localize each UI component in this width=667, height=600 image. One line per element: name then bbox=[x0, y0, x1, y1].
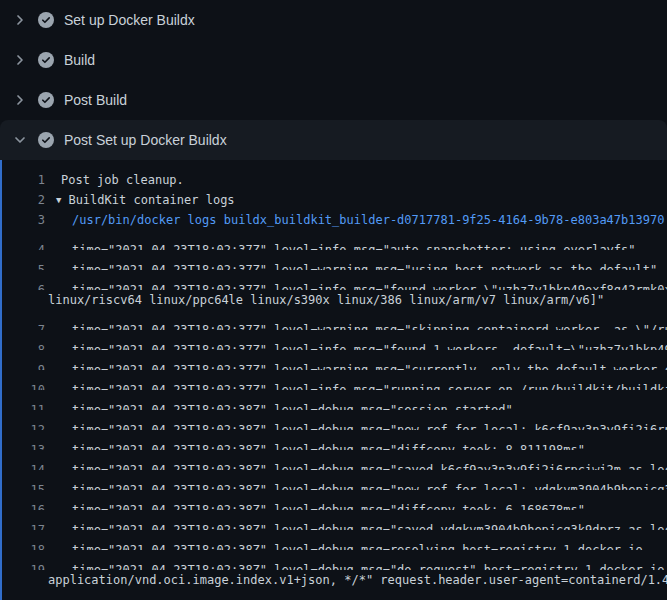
log-line-continuation: application/vnd.oci.image.index.v1+json,… bbox=[0, 570, 667, 590]
log-text: time="2021-04-23T18:02:38Z" level=debug … bbox=[72, 560, 667, 570]
log-line-number[interactable]: 2 bbox=[0, 190, 45, 210]
log-group-toggle[interactable]: ▼BuildKit container logs bbox=[56, 190, 235, 210]
log-line: 8time="2021-04-23T18:02:37Z" level=info … bbox=[0, 330, 667, 350]
log-line-number[interactable]: 12 bbox=[0, 420, 45, 430]
log-line: 1Post job cleanup. bbox=[0, 170, 667, 190]
step-label: Post Build bbox=[64, 92, 127, 108]
log-line-number[interactable]: 14 bbox=[0, 460, 45, 470]
log-group-label: BuildKit container logs bbox=[68, 193, 234, 207]
log-line-number[interactable]: 5 bbox=[0, 260, 45, 270]
log-line-number[interactable]: 7 bbox=[0, 320, 45, 330]
check-circle-icon bbox=[38, 132, 54, 148]
log-text: time="2021-04-23T18:02:37Z" level=warnin… bbox=[72, 360, 667, 370]
step-row-build[interactable]: Build bbox=[0, 40, 667, 80]
log-line: 11time="2021-04-23T18:02:38Z" level=debu… bbox=[0, 390, 667, 410]
log-text: time="2021-04-23T18:02:38Z" level=debug … bbox=[72, 500, 585, 510]
log-line-number[interactable]: 4 bbox=[0, 240, 45, 250]
log-line: 14time="2021-04-23T18:02:38Z" level=debu… bbox=[0, 450, 667, 470]
log-line: 16time="2021-04-23T18:02:38Z" level=debu… bbox=[0, 490, 667, 510]
chevron-right-icon bbox=[12, 92, 28, 108]
log-line: 19time="2021-04-23T18:02:38Z" level=debu… bbox=[0, 550, 667, 570]
log-line: 15time="2021-04-23T18:02:38Z" level=debu… bbox=[0, 470, 667, 490]
log-line: 12time="2021-04-23T18:02:38Z" level=debu… bbox=[0, 410, 667, 430]
log-line: 6time="2021-04-23T18:02:37Z" level=info … bbox=[0, 270, 667, 290]
step-label: Post Set up Docker Buildx bbox=[64, 132, 227, 148]
log-text: time="2021-04-23T18:02:38Z" level=debug … bbox=[72, 440, 585, 450]
log-line-number[interactable]: 13 bbox=[0, 440, 45, 450]
step-row-post-build[interactable]: Post Build bbox=[0, 80, 667, 120]
log-line: 13time="2021-04-23T18:02:38Z" level=debu… bbox=[0, 430, 667, 450]
log-line-number[interactable]: 19 bbox=[0, 560, 45, 570]
log-line: 3/usr/bin/docker logs buildx_buildkit_bu… bbox=[0, 210, 667, 230]
log-command-text: /usr/bin/docker logs buildx_buildkit_bui… bbox=[72, 210, 664, 230]
log-text: time="2021-04-23T18:02:37Z" level=info m… bbox=[72, 280, 667, 290]
log-lines: 1Post job cleanup.2▼BuildKit container l… bbox=[0, 170, 667, 600]
log-line-continuation: linux/riscv64 linux/ppc64le linux/s390x … bbox=[0, 290, 667, 310]
log-text: time="2021-04-23T18:02:37Z" level=warnin… bbox=[72, 260, 657, 270]
chevron-down-icon bbox=[12, 132, 28, 148]
log-viewer: 1Post job cleanup.2▼BuildKit container l… bbox=[0, 160, 667, 600]
log-text: time="2021-04-23T18:02:37Z" level=info m… bbox=[72, 380, 667, 390]
step-label: Set up Docker Buildx bbox=[64, 12, 195, 28]
log-line-number[interactable]: 9 bbox=[0, 360, 45, 370]
check-circle-icon bbox=[38, 52, 54, 68]
log-line-number[interactable]: 3 bbox=[0, 210, 45, 230]
log-line: 18time="2021-04-23T18:02:38Z" level=debu… bbox=[0, 530, 667, 550]
log-line: 2▼BuildKit container logs bbox=[0, 190, 667, 210]
chevron-right-icon bbox=[12, 12, 28, 28]
log-line: 17time="2021-04-23T18:02:38Z" level=debu… bbox=[0, 510, 667, 530]
step-label: Build bbox=[64, 52, 95, 68]
log-text: time="2021-04-23T18:02:38Z" level=debug … bbox=[72, 420, 667, 430]
log-line: 4time="2021-04-23T18:02:37Z" level=info … bbox=[0, 230, 667, 250]
log-text: time="2021-04-23T18:02:37Z" level=info m… bbox=[72, 340, 667, 350]
log-line-number[interactable]: 16 bbox=[0, 500, 45, 510]
check-circle-icon bbox=[38, 92, 54, 108]
steps-list: Set up Docker BuildxBuildPost BuildPost … bbox=[0, 0, 667, 160]
log-line-number[interactable]: 17 bbox=[0, 520, 45, 530]
log-line-number[interactable]: 18 bbox=[0, 540, 45, 550]
log-line: 20time="2021-04-23T18:02:38Z" level=debu… bbox=[0, 590, 667, 600]
log-line-number[interactable]: 15 bbox=[0, 480, 45, 490]
log-text: time="2021-04-23T18:02:38Z" level=debug … bbox=[72, 480, 667, 490]
log-line-number[interactable]: 6 bbox=[0, 280, 45, 290]
log-text: time="2021-04-23T18:02:37Z" level=info m… bbox=[72, 240, 636, 250]
log-line: 10time="2021-04-23T18:02:37Z" level=info… bbox=[0, 370, 667, 390]
step-row-set-up-docker-buildx[interactable]: Set up Docker Buildx bbox=[0, 0, 667, 40]
log-text: application/vnd.oci.image.index.v1+json,… bbox=[48, 570, 667, 590]
log-text: time="2021-04-23T18:02:38Z" level=debug … bbox=[72, 400, 513, 410]
check-circle-icon bbox=[38, 12, 54, 28]
log-line: 7time="2021-04-23T18:02:37Z" level=warni… bbox=[0, 310, 667, 330]
log-line-number[interactable]: 1 bbox=[0, 170, 45, 190]
log-line: 5time="2021-04-23T18:02:37Z" level=warni… bbox=[0, 250, 667, 270]
log-text: Post job cleanup. bbox=[61, 170, 184, 190]
caret-down-icon: ▼ bbox=[56, 190, 61, 210]
log-text: time="2021-04-23T18:02:38Z" level=debug … bbox=[72, 540, 643, 550]
chevron-right-icon bbox=[12, 52, 28, 68]
log-text: linux/riscv64 linux/ppc64le linux/s390x … bbox=[48, 290, 604, 310]
log-text: time="2021-04-23T18:02:37Z" level=warnin… bbox=[72, 320, 667, 330]
step-row-post-set-up-docker-buildx[interactable]: Post Set up Docker Buildx bbox=[0, 120, 667, 160]
log-line-number[interactable]: 10 bbox=[0, 380, 45, 390]
log-line-number[interactable]: 8 bbox=[0, 340, 45, 350]
log-line-number[interactable]: 11 bbox=[0, 400, 45, 410]
log-text: time="2021-04-23T18:02:38Z" level=debug … bbox=[72, 520, 667, 530]
log-line: 9time="2021-04-23T18:02:37Z" level=warni… bbox=[0, 350, 667, 370]
log-text: time="2021-04-23T18:02:38Z" level=debug … bbox=[72, 460, 667, 470]
